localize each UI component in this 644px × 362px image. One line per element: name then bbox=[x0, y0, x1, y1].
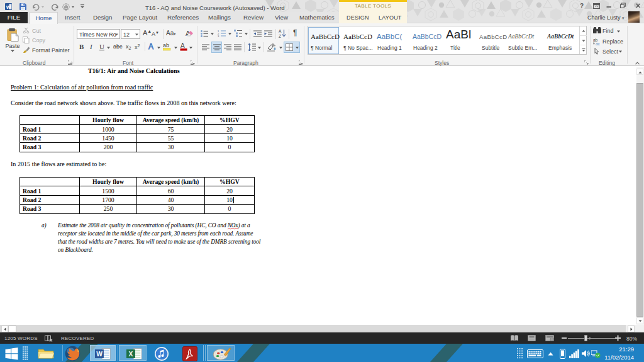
svg-text:A: A bbox=[180, 42, 185, 49]
svg-text:W: W bbox=[6, 4, 11, 9]
svg-text:ab: ab bbox=[163, 42, 169, 48]
svg-text:X: X bbox=[129, 351, 133, 358]
svg-text:W: W bbox=[96, 351, 103, 358]
svg-text:A: A bbox=[279, 29, 282, 33]
svg-text:ac: ac bbox=[596, 42, 601, 45]
svg-text:Z: Z bbox=[279, 34, 281, 38]
svg-text:A: A bbox=[148, 42, 153, 50]
svg-text:3: 3 bbox=[218, 35, 219, 37]
svg-text:?: ? bbox=[580, 3, 584, 9]
